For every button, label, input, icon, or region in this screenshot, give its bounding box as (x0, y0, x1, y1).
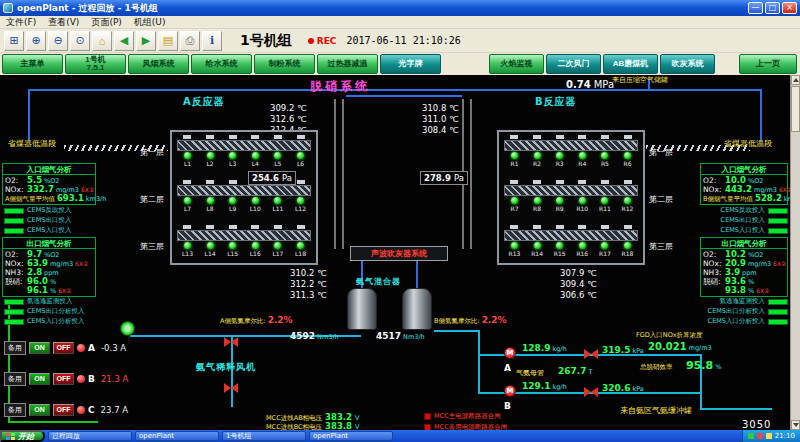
nav-secondary-air-button[interactable]: 二次风门 (546, 54, 601, 74)
cems-status-row: CEMS入口投入 (4, 227, 71, 234)
minimize-button[interactable]: — (748, 2, 763, 14)
lamp-light-icon (511, 152, 518, 159)
taskbar-item[interactable]: openPlant (309, 431, 393, 441)
nav-sootblow-button[interactable]: 吹灰系统 (660, 54, 715, 74)
tray-icon[interactable] (748, 433, 754, 439)
menu-item[interactable]: 文件(F) (6, 16, 36, 29)
print-icon[interactable]: ⎙ (180, 31, 200, 51)
mcc-breaker-button[interactable]: MCC备用电源断路器合闸 (424, 423, 507, 430)
mcc-breaker-label: MCC主电源断路器合闸 (434, 412, 501, 421)
analysis-unit: % (50, 287, 56, 295)
cems-status-label: CEMS入口分析投入 (708, 317, 765, 326)
nav-feedwater-button[interactable]: 给水系统 (191, 54, 252, 74)
nav-ab-mill-button[interactable]: AB磨煤机 (603, 54, 658, 74)
valve-icon[interactable] (224, 337, 238, 347)
menu-item[interactable]: 查看(V) (48, 16, 79, 29)
analysis-value: 332.7 (27, 184, 54, 194)
nav-air-flue-button[interactable]: 风烟系统 (128, 54, 189, 74)
zoom-in-icon[interactable]: ⊕ (26, 31, 46, 51)
scroll-up-icon[interactable] (791, 75, 800, 85)
gas-analysis-row: O2: 10.0 %O2 (701, 175, 787, 184)
fgd-nox-label: FGD入口NOx折算浓度 (636, 331, 703, 340)
fan-off-button[interactable]: OFF (53, 404, 74, 416)
lamp-label: R12 (622, 205, 634, 212)
valve-icon[interactable] (584, 349, 598, 359)
pipe-segment (28, 89, 30, 141)
reactor-b-layer-1: R1R2R3R4R5R6 (504, 135, 638, 175)
mcc-breaker-button[interactable]: MCC主电源断路器合闸 (424, 412, 507, 421)
nav-desuperheat-button[interactable]: 过热器减温 (317, 54, 378, 74)
cems-status-group: 氨逃逸监测投入CEMS出口分析投入CEMS入口分析投入 (702, 298, 788, 325)
rec-dot-icon (308, 38, 314, 44)
reactor-b-name: B反应器 (535, 95, 577, 109)
menu-item[interactable]: 机组(U) (134, 16, 166, 29)
inlet-gas-analysis-panel-a: 入口烟气分析 O2: 5.5 %O2 NOx: 332.7 mg/m3 6X② … (2, 163, 96, 205)
heater-lamp: R6 (617, 152, 638, 167)
fan-on-button[interactable]: ON (29, 342, 50, 354)
cems-status-row: CEMS入口分析投入 (702, 318, 788, 325)
lamp-light-icon (184, 152, 191, 159)
window-titlebar[interactable]: openPlant - 过程回放 - 1号机组 — □ × (0, 0, 800, 16)
mixer-tank-a (347, 288, 377, 330)
home-icon[interactable]: ⌂ (92, 31, 112, 51)
taskbar-item[interactable]: 1号机组 (222, 431, 306, 441)
nav-pulverizer-button[interactable]: 制粉系统 (254, 54, 315, 74)
line-a-tag: A (504, 363, 511, 373)
taskbar-item[interactable]: 过程回放 (48, 431, 132, 441)
lamp-label: L8 (207, 205, 214, 212)
tray-icon[interactable] (757, 433, 763, 439)
analysis-unit: % (50, 278, 56, 286)
injection-nozzles (177, 225, 311, 229)
outlet-gas-analysis-panel-a: 出口烟气分析 O2: 9.7 %O2 NOx: 63.9 mg/m3 6X② N… (2, 237, 96, 297)
nav-unit1-button[interactable]: 1号机 7.5.1 (65, 54, 126, 74)
lamp-label: R5 (601, 160, 609, 167)
start-button[interactable]: 开始 (0, 430, 45, 442)
cems-status-row: CEMS入口投入 (702, 227, 788, 234)
layout-grid-icon[interactable]: ⊞ (4, 31, 24, 51)
tray-icon[interactable] (766, 433, 772, 439)
fan-off-button[interactable]: OFF (53, 342, 74, 354)
ammonia-pipe (478, 330, 480, 394)
analysis-label: O2: (703, 250, 723, 259)
fan-off-button[interactable]: OFF (53, 373, 74, 385)
folder-icon[interactable]: ▤ (158, 31, 178, 51)
back-icon[interactable]: ◀ (114, 31, 134, 51)
analysis-flag: 6X② (756, 287, 769, 294)
panel-title: 入口烟气分析 (701, 164, 787, 175)
temperature-readout: 309.2 ℃ (270, 103, 307, 113)
zoom-out-icon[interactable]: ⊖ (48, 31, 68, 51)
motor-valve-icon[interactable]: M (504, 385, 516, 397)
from-compressed-air-label: 来自压缩空气储罐 (612, 75, 668, 85)
close-button[interactable]: × (782, 2, 797, 14)
prev-page-button[interactable]: 上一页 (739, 54, 797, 74)
lamp-label: R4 (578, 160, 586, 167)
fan-on-button[interactable]: ON (29, 373, 50, 385)
lamp-label: L18 (295, 250, 306, 257)
cems-status-label: CEMS入口投入 (27, 226, 71, 235)
maximize-button[interactable]: □ (765, 2, 780, 14)
vertical-scrollbar[interactable] (790, 75, 800, 430)
heater-lamp: L7 (177, 197, 198, 212)
sonic-sootblower-box[interactable]: 声波吹灰器系统 (350, 246, 448, 261)
motor-valve-icon[interactable]: M (504, 347, 516, 359)
nav-main-menu-button[interactable]: 主菜单 (2, 54, 63, 74)
flow-label: A侧烟气量平均值 (5, 195, 55, 204)
analysis-flag: 6X② (81, 186, 94, 193)
taskbar-item[interactable]: openPlant (135, 431, 219, 441)
valve-icon[interactable] (584, 387, 598, 397)
zoom-reset-icon[interactable]: ⊙ (70, 31, 90, 51)
scrollbar-thumb[interactable] (791, 86, 800, 132)
lamp-label: R15 (554, 250, 566, 257)
header-unit: T (588, 368, 592, 376)
info-icon[interactable]: ℹ (202, 31, 222, 51)
valve-icon[interactable] (224, 383, 238, 393)
forward-icon[interactable]: ▶ (136, 31, 156, 51)
scroll-down-icon[interactable] (791, 420, 800, 430)
nav-flame-monitor-button[interactable]: 火焰监视 (489, 54, 544, 74)
fan-on-button[interactable]: ON (29, 404, 50, 416)
flow-value: 4592 (290, 331, 315, 341)
menu-item[interactable]: 页面(P) (91, 16, 121, 29)
line-b-tag: B (504, 401, 511, 411)
nav-alarm-panel-button[interactable]: 光字牌 (380, 54, 441, 74)
catalyst-layer (504, 185, 638, 196)
